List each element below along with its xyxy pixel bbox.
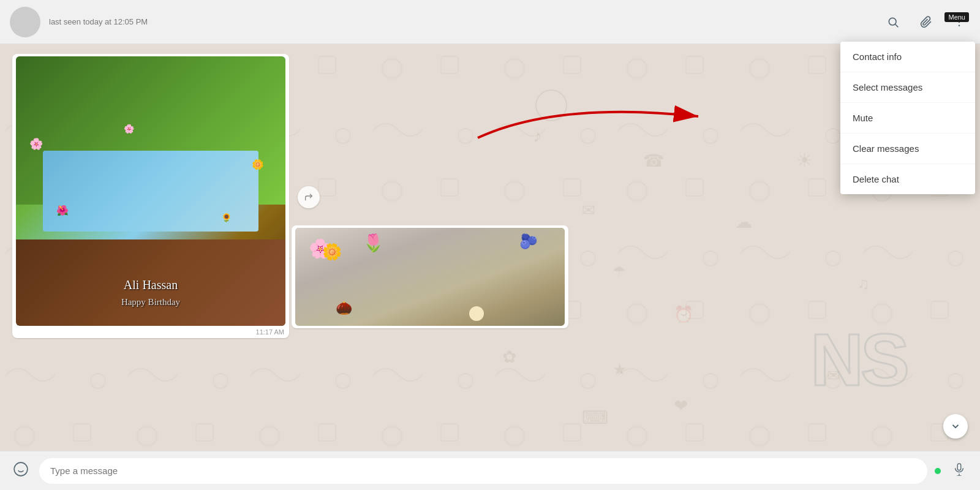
mic-button[interactable] — [948, 460, 970, 482]
menu-item-mute[interactable]: Mute — [840, 103, 975, 134]
header-icons: Menu — [882, 11, 970, 33]
svg-point-2 — [959, 17, 960, 19]
search-button[interactable] — [882, 11, 904, 33]
message-wrapper-1: 🌸 🌸 🌼 🌺 🌻 Ali Hassan Happy Birthday 11:1… — [12, 54, 289, 341]
contact-status: last seen today at 12:05 PM — [49, 17, 882, 26]
forward-button[interactable] — [298, 186, 320, 208]
emoji-button[interactable] — [10, 460, 32, 482]
svg-point-21 — [14, 462, 28, 476]
svg-point-0 — [889, 18, 896, 25]
message-bubble-2: 🌸 🌷 🌼 🫐 🌰 — [292, 225, 568, 328]
svg-point-4 — [959, 24, 960, 26]
attach-button[interactable] — [915, 11, 937, 33]
contact-info-area: last seen today at 12:05 PM — [49, 17, 882, 26]
menu-item-delete-chat[interactable]: Delete chat — [840, 164, 975, 194]
chat-background: ♪ ☎ ✉ ♡ ☂ ⚙ ⏰ ✿ ★ ☁ ☀ ♫ ❤ ✉ ⌨ — [0, 44, 980, 451]
input-bar — [0, 451, 980, 490]
svg-line-1 — [895, 24, 899, 27]
svg-rect-24 — [957, 464, 961, 470]
menu-item-contact-info[interactable]: Contact info — [840, 42, 975, 72]
cake-text-1: Ali Hassan — [124, 278, 178, 292]
avatar[interactable] — [10, 7, 40, 37]
menu-item-select-messages[interactable]: Select messages — [840, 72, 975, 103]
menu-item-clear-messages[interactable]: Clear messages — [840, 134, 975, 164]
message-time-1: 11:17 AM — [256, 328, 284, 336]
chat-header: last seen today at 12:05 PM Menu — [0, 0, 980, 44]
scroll-down-button[interactable] — [943, 414, 968, 439]
message-wrapper-2: 🌸 🌷 🌼 🫐 🌰 — [292, 225, 568, 331]
message-input[interactable] — [39, 458, 927, 484]
message-bubble-1: 🌸 🌸 🌼 🌺 🌻 Ali Hassan Happy Birthday 11:1… — [12, 54, 289, 338]
flower-image: 🌸 🌷 🌼 🫐 🌰 — [295, 228, 565, 326]
cake-text-2: Happy Birthday — [121, 297, 180, 307]
svg-point-3 — [959, 21, 960, 23]
messages-area: 🌸 🌸 🌼 🌺 🌻 Ali Hassan Happy Birthday 11:1… — [0, 44, 980, 451]
cake-image: 🌸 🌸 🌼 🌺 🌻 Ali Hassan Happy Birthday — [16, 56, 285, 326]
more-options-button[interactable]: Menu — [948, 11, 970, 33]
dropdown-menu: Contact info Select messages Mute Clear … — [840, 42, 975, 194]
online-indicator — [935, 468, 941, 474]
